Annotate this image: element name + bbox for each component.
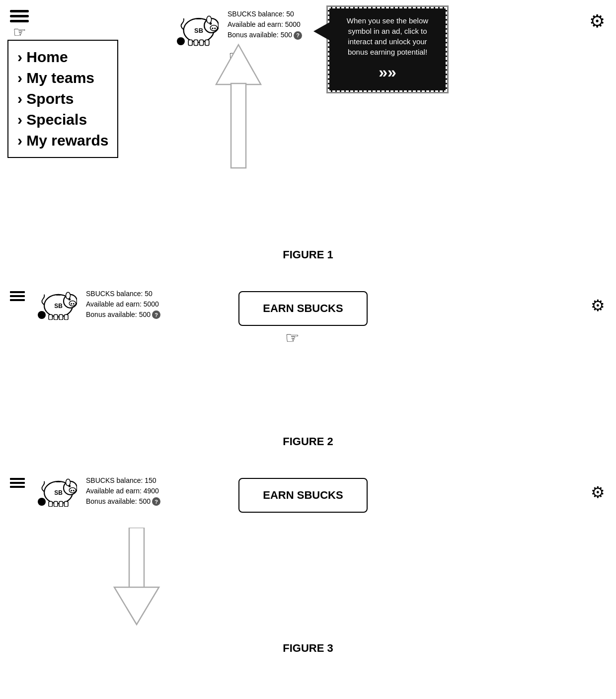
svg-point-34 — [66, 479, 71, 486]
svg-text:SB: SB — [54, 303, 63, 310]
available-ad-earn-fig1: Available ad earn: 5000 — [228, 19, 302, 30]
piggy-header-fig2: SB SBUCKS balance: 50 Available ad earn:… — [40, 286, 160, 322]
nav-item-specials[interactable]: Specials — [17, 109, 108, 130]
bonus-available-fig1: Bonus available: 500? — [228, 30, 302, 40]
figure1-section: ☞ Home My teams Sports Specials My rewar… — [0, 0, 616, 238]
coin-icon — [177, 37, 185, 45]
hamburger-icon[interactable] — [10, 10, 29, 22]
nav-item-sports[interactable]: Sports — [17, 88, 108, 109]
svg-rect-25 — [65, 314, 69, 320]
svg-marker-13 — [216, 45, 261, 84]
sbucks-balance-fig1: SBUCKS balance: 50 — [228, 9, 302, 19]
finger-on-button-fig2: ☞ — [285, 328, 300, 347]
svg-rect-14 — [231, 83, 246, 168]
piggy-header-fig3: SB SBUCKS balance: 150 Available ad earn… — [40, 473, 160, 509]
svg-point-31 — [71, 490, 72, 491]
svg-rect-23 — [54, 314, 58, 320]
svg-point-30 — [69, 488, 76, 493]
svg-point-32 — [73, 490, 75, 491]
svg-rect-10 — [205, 40, 209, 45]
chevron-symbol: »» — [379, 61, 396, 83]
question-mark-fig3[interactable]: ? — [152, 497, 160, 506]
figure3-label: FIGURE 3 — [0, 642, 616, 655]
coin-icon-fig2 — [38, 311, 46, 319]
svg-text:SB: SB — [194, 27, 203, 34]
svg-point-19 — [73, 303, 75, 305]
question-mark-fig1[interactable]: ? — [294, 31, 302, 40]
svg-rect-37 — [59, 501, 63, 507]
svg-text:SB: SB — [54, 489, 63, 496]
figure1-label: FIGURE 1 — [0, 248, 616, 261]
earn-sbucks-button-fig3[interactable]: EARN SBUCKS — [238, 478, 368, 513]
piggy-info-fig1: SBUCKS balance: 50 Available ad earn: 50… — [228, 9, 302, 40]
svg-point-3 — [212, 28, 213, 29]
sbucks-balance-fig2: SBUCKS balance: 50 — [86, 289, 160, 299]
svg-point-17 — [69, 301, 76, 307]
finger-icon-top: ☞ — [13, 23, 26, 41]
tooltip-symbol-row: »» — [337, 61, 438, 83]
available-ad-earn-fig3: Available ad earn: 4900 — [86, 486, 160, 496]
coin-icon-fig3 — [38, 498, 46, 506]
piggy-icon-fig3: SB — [40, 473, 77, 509]
figure3-section: SB SBUCKS balance: 150 Available ad earn… — [0, 463, 616, 632]
hamburger-menu-top[interactable]: ☞ — [10, 10, 29, 41]
svg-rect-9 — [200, 40, 204, 45]
svg-point-18 — [71, 303, 72, 305]
piggy-info-fig3: SBUCKS balance: 150 Available ad earn: 4… — [86, 475, 160, 507]
piggy-icon-fig1: SB — [179, 9, 219, 48]
svg-rect-36 — [54, 501, 58, 507]
nav-menu-box: Home My teams Sports Specials My rewards — [7, 40, 118, 158]
piggy-info-fig2: SBUCKS balance: 50 Available ad earn: 50… — [86, 289, 160, 320]
nav-item-myrewards[interactable]: My rewards — [17, 130, 108, 151]
svg-rect-7 — [188, 40, 192, 45]
svg-rect-8 — [194, 40, 198, 45]
available-ad-earn-fig2: Available ad earn: 5000 — [86, 299, 160, 310]
figure2-section: SB SBUCKS balance: 50 Available ad earn:… — [0, 276, 616, 425]
svg-rect-22 — [49, 314, 53, 320]
piggy-icon-fig2: SB — [40, 286, 77, 322]
sbucks-balance-fig3: SBUCKS balance: 150 — [86, 475, 160, 486]
question-mark-fig2[interactable]: ? — [152, 311, 160, 319]
svg-point-21 — [66, 292, 71, 299]
svg-rect-38 — [65, 501, 69, 507]
nav-item-home[interactable]: Home — [17, 47, 108, 68]
hamburger-icon-fig2[interactable] — [10, 291, 25, 301]
up-arrow-fig1 — [214, 40, 263, 169]
tooltip-text: When you see the below symbol in an ad, … — [347, 16, 428, 56]
tooltip-balloon-fig1: When you see the below symbol in an ad, … — [328, 7, 447, 92]
svg-rect-24 — [59, 314, 63, 320]
figure2-label: FIGURE 2 — [0, 435, 616, 448]
svg-marker-42 — [114, 587, 159, 624]
svg-point-2 — [210, 25, 217, 31]
bonus-available-fig3: Bonus available: 500? — [86, 496, 160, 507]
gear-icon-fig1[interactable]: ⚙ — [589, 11, 605, 32]
svg-rect-35 — [49, 501, 53, 507]
gear-icon-fig2[interactable]: ⚙ — [591, 296, 605, 315]
gear-icon-fig3[interactable]: ⚙ — [591, 483, 605, 502]
svg-point-4 — [214, 28, 216, 29]
earn-sbucks-button-fig2[interactable]: EARN SBUCKS — [238, 291, 368, 326]
bonus-available-fig2: Bonus available: 500? — [86, 310, 160, 320]
down-arrow-fig3 — [112, 528, 161, 627]
svg-point-6 — [207, 16, 212, 23]
nav-item-myteams[interactable]: My teams — [17, 68, 108, 88]
hamburger-icon-fig3[interactable] — [10, 478, 25, 488]
